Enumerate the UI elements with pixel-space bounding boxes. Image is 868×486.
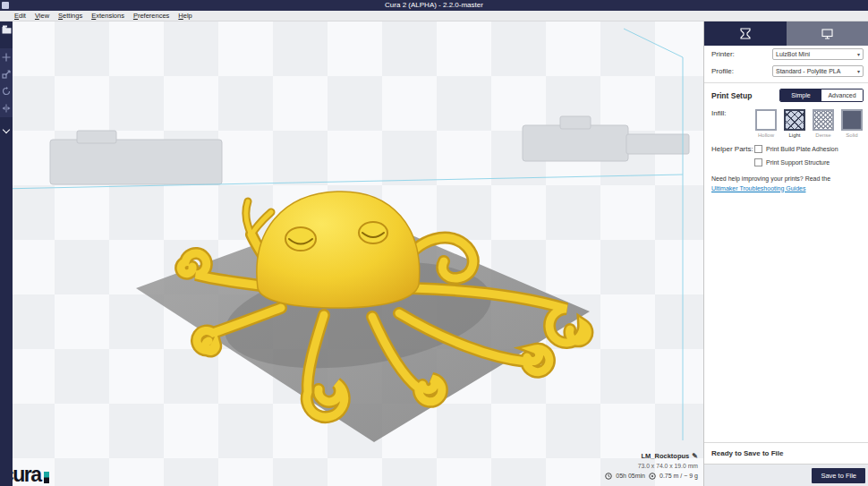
print-time-icon bbox=[605, 473, 612, 480]
print-time: 05h 05min bbox=[616, 472, 645, 482]
monitor-icon bbox=[821, 29, 833, 39]
rotate-tool-icon[interactable] bbox=[2, 87, 11, 96]
octopus-head bbox=[257, 192, 420, 308]
model-info-panel: LM_Rocktopus✎ 73.0 x 74.0 x 19.0 mm 05h … bbox=[605, 451, 698, 481]
infill-option-dense[interactable]: Dense bbox=[812, 109, 835, 138]
tab-monitor[interactable] bbox=[787, 21, 868, 46]
profile-value: Standard - Polylite PLA bbox=[776, 68, 840, 74]
app-window: Cura 2 (ALPHA) - 2.2.0-master Edit View … bbox=[0, 0, 868, 486]
panel-tabs bbox=[704, 21, 868, 46]
divider bbox=[704, 82, 868, 83]
adhesion-label: Print Build Plate Adhesion bbox=[766, 146, 838, 152]
material-spool-icon bbox=[649, 473, 656, 480]
tool-group bbox=[0, 48, 13, 117]
open-file-button[interactable] bbox=[2, 25, 12, 34]
print-setup-label: Print Setup bbox=[711, 91, 752, 100]
menu-item-help[interactable]: Help bbox=[178, 12, 191, 20]
tab-print-setup[interactable] bbox=[704, 21, 787, 46]
troubleshooting-link[interactable]: Ultimaker Troubleshooting Guides bbox=[711, 185, 805, 192]
infill-section: Infill: Hollow Light Dense Solid bbox=[704, 105, 868, 138]
scene-3d[interactable] bbox=[0, 21, 703, 486]
infill-options: Hollow Light Dense Solid bbox=[754, 109, 864, 138]
printer-label: Printer: bbox=[711, 50, 735, 58]
model-dimensions: 73.0 x 74.0 x 19.0 mm bbox=[605, 462, 698, 471]
chevron-down-icon: ▾ bbox=[857, 68, 860, 74]
titlebar: Cura 2 (ALPHA) - 2.2.0-master bbox=[0, 0, 868, 11]
menu-item-view[interactable]: View bbox=[35, 12, 49, 20]
mode-toggle: Simple Advanced bbox=[779, 89, 864, 102]
panel-spacer bbox=[704, 193, 868, 442]
infill-option-light[interactable]: Light bbox=[783, 109, 806, 138]
chevron-down-icon: ▾ bbox=[857, 51, 860, 57]
adhesion-option: Print Build Plate Adhesion bbox=[754, 145, 864, 153]
infill-dense-icon bbox=[813, 109, 834, 131]
status-text: Ready to Save to File bbox=[704, 442, 868, 464]
mirror-tool-icon[interactable] bbox=[2, 104, 11, 113]
settings-panel: Printer: LulzBot Mini ▾ Profile: Standar… bbox=[703, 21, 868, 486]
adhesion-checkbox[interactable] bbox=[754, 145, 762, 153]
panel-bottom-bar: Save to File bbox=[704, 464, 868, 486]
printer-select[interactable]: LulzBot Mini ▾ bbox=[772, 48, 864, 60]
edit-model-name-icon[interactable]: ✎ bbox=[692, 452, 698, 460]
menu-item-preferences[interactable]: Preferences bbox=[133, 12, 169, 20]
infill-solid-icon bbox=[841, 109, 863, 131]
profile-select[interactable]: Standard - Polylite PLA ▾ bbox=[772, 65, 864, 77]
material-usage: 0.75 m / ~ 9 g bbox=[660, 472, 698, 482]
advanced-mode-button[interactable]: Advanced bbox=[821, 90, 863, 101]
move-tool-icon[interactable] bbox=[2, 53, 11, 62]
support-option: Print Support Structure bbox=[754, 158, 864, 166]
simple-mode-button[interactable]: Simple bbox=[780, 90, 821, 101]
profile-label: Profile: bbox=[711, 67, 734, 75]
profile-row: Profile: Standard - Polylite PLA ▾ bbox=[704, 63, 868, 80]
menu-item-settings[interactable]: Settings bbox=[58, 12, 82, 20]
support-checkbox[interactable] bbox=[754, 158, 762, 166]
menu-item-edit[interactable]: Edit bbox=[14, 12, 26, 20]
menubar: Edit View Settings Extensions Preference… bbox=[0, 11, 868, 21]
scale-tool-icon[interactable] bbox=[2, 70, 11, 79]
helper-parts-section: Helper Parts: Print Build Plate Adhesion… bbox=[704, 138, 868, 166]
printer-value: LulzBot Mini bbox=[776, 51, 810, 57]
printer-row: Printer: LulzBot Mini ▾ bbox=[704, 46, 868, 63]
infill-hollow-icon bbox=[755, 109, 777, 131]
save-to-file-button[interactable]: Save to File bbox=[812, 468, 865, 483]
print-setup-row: Print Setup Simple Advanced bbox=[704, 86, 868, 105]
model-name: LM_Rocktopus bbox=[642, 452, 690, 460]
helper-parts-label: Helper Parts: bbox=[711, 145, 753, 166]
help-text: Need help improving your prints? Read th… bbox=[704, 166, 856, 193]
viewport-3d[interactable]: LM_Rocktopus✎ 73.0 x 74.0 x 19.0 mm 05h … bbox=[0, 21, 703, 486]
lulzbot-logo-mark bbox=[44, 472, 49, 483]
window-title: Cura 2 (ALPHA) - 2.2.0-master bbox=[385, 1, 483, 9]
app-window-icon bbox=[2, 2, 9, 9]
infill-light-icon bbox=[784, 109, 805, 131]
left-toolbar bbox=[0, 21, 13, 486]
support-label: Print Support Structure bbox=[766, 159, 830, 166]
printer-nozzle-icon bbox=[740, 28, 751, 39]
infill-option-solid[interactable]: Solid bbox=[840, 109, 864, 138]
menu-item-extensions[interactable]: Extensions bbox=[91, 12, 124, 20]
expand-toolbar-chevron-icon[interactable] bbox=[2, 126, 11, 135]
infill-label: Infill: bbox=[711, 109, 726, 138]
infill-option-hollow[interactable]: Hollow bbox=[754, 109, 778, 138]
